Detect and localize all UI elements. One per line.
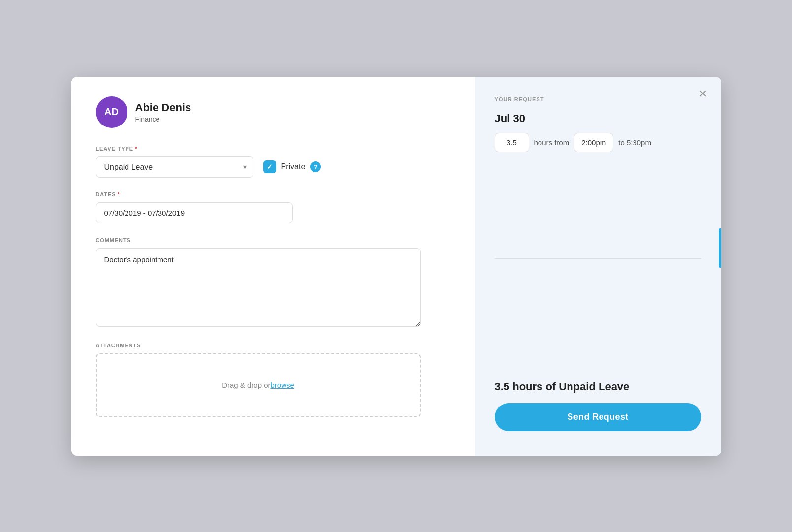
divider (495, 258, 701, 259)
dates-input[interactable] (96, 202, 293, 223)
leave-type-select[interactable]: Unpaid Leave Sick Leave Annual Leave Per… (96, 156, 253, 178)
leave-type-group: LEAVE TYPE* Unpaid Leave Sick Leave Annu… (96, 146, 450, 178)
private-section: Private ? (263, 160, 321, 173)
hours-value: 3.5 (495, 133, 529, 152)
hours-row: 3.5 hours from 2:00pm to 5:30pm (495, 133, 701, 152)
time-from: 2:00pm (574, 133, 613, 152)
summary-text: 3.5 hours of Unpaid Leave (495, 380, 701, 393)
comments-group: COMMENTS Doctor's appointment (96, 237, 450, 329)
avatar: AD (96, 96, 127, 128)
help-icon[interactable]: ? (310, 161, 321, 172)
summary-section: 3.5 hours of Unpaid Leave Send Request (495, 380, 701, 431)
user-header: AD Abie Denis Finance (96, 96, 450, 128)
dates-group: DATES* (96, 191, 450, 223)
attachments-dropzone[interactable]: Drag & drop or browse (96, 353, 421, 417)
request-date: Jul 30 (495, 112, 701, 125)
comments-textarea[interactable]: Doctor's appointment (96, 248, 421, 327)
left-panel: AD Abie Denis Finance LEAVE TYPE* Unpaid… (71, 77, 475, 456)
dates-required: * (117, 191, 120, 197)
private-checkbox[interactable] (263, 160, 276, 173)
hours-from-text: hours from (534, 138, 570, 147)
leave-type-select-wrapper: Unpaid Leave Sick Leave Annual Leave Per… (96, 156, 253, 178)
user-info: Abie Denis Finance (135, 101, 191, 123)
attachments-label: ATTACHMENTS (96, 343, 450, 348)
private-label: Private (281, 162, 306, 171)
required-indicator: * (135, 146, 137, 152)
close-button[interactable]: ✕ (698, 89, 707, 99)
user-department: Finance (135, 115, 191, 123)
dates-label: DATES* (96, 191, 450, 197)
user-name: Abie Denis (135, 101, 191, 114)
scrollbar (719, 228, 721, 268)
modal-dialog: AD Abie Denis Finance LEAVE TYPE* Unpaid… (71, 77, 721, 456)
browse-link[interactable]: browse (271, 381, 294, 389)
send-request-button[interactable]: Send Request (495, 403, 701, 431)
time-to-text: to 5:30pm (618, 138, 651, 147)
attachments-group: ATTACHMENTS Drag & drop or browse (96, 343, 450, 417)
your-request-label: YOUR REQUEST (495, 96, 701, 102)
leave-type-label: LEAVE TYPE* (96, 146, 450, 152)
drag-drop-text: Drag & drop or (222, 381, 270, 389)
comments-label: COMMENTS (96, 237, 450, 243)
right-panel: ✕ YOUR REQUEST Jul 30 3.5 hours from 2:0… (475, 77, 721, 456)
leave-type-row: Unpaid Leave Sick Leave Annual Leave Per… (96, 156, 450, 178)
